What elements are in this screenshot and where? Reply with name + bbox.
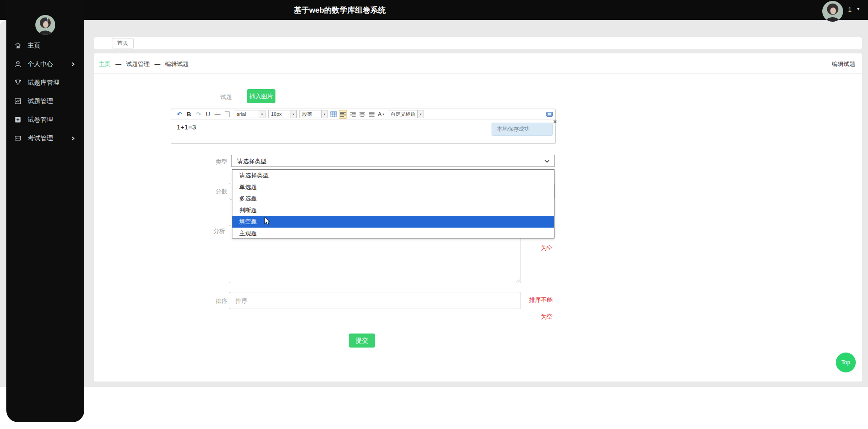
chevron-right-icon (71, 62, 75, 67)
breadcrumb: 主页 — 试题管理 — 编辑试题 (99, 60, 189, 68)
type-select[interactable]: 请选择类型 (231, 155, 555, 167)
horizontal-rule-button[interactable]: — (213, 110, 222, 119)
sidebar-item-question-bank-management[interactable]: 试题库管理 (6, 73, 84, 92)
paste-button[interactable] (223, 110, 231, 119)
avatar-photo (822, 1, 843, 22)
paragraph-select[interactable]: 段落 ▾ (299, 110, 328, 118)
underline-button[interactable]: U (204, 110, 212, 119)
align-right-icon (350, 112, 356, 117)
breadcrumb-separator: — (154, 61, 160, 67)
sort-error-line1: 排序不能 (511, 296, 553, 304)
score-label: 分数 (203, 187, 227, 195)
sidebar-item-personal-center[interactable]: 个人中心 (6, 55, 84, 73)
font-color-label: A (378, 111, 382, 118)
dropdown-option-true-false[interactable]: 判断题 (232, 205, 554, 216)
sidebar-item-label: 试卷管理 (28, 116, 53, 124)
sort-input[interactable] (229, 292, 521, 309)
analysis-label: 分析 (201, 227, 225, 235)
sidebar-item-paper-management[interactable]: 试卷管理 (6, 110, 84, 129)
resize-handle[interactable] (516, 278, 520, 282)
header-caret-down-icon[interactable]: ▾ (857, 6, 859, 11)
sidebar-item-label: 试题库管理 (28, 79, 59, 87)
font-color-button[interactable]: A ▾ (377, 110, 385, 119)
close-icon[interactable]: × (552, 119, 558, 125)
editor-toolbar: ↶ B ↷ U — arial ▾ 16px ▾ 段落 ▾ (171, 109, 555, 119)
exam-icon (14, 134, 22, 142)
sidebar-item-question-management[interactable]: 试题管理 (6, 92, 84, 110)
sidebar-user-badge: 1 (46, 17, 49, 24)
dropdown-option-multi-choice[interactable]: 多选题 (232, 193, 554, 205)
breadcrumb-separator: — (116, 61, 121, 67)
caret-down-icon: ▾ (417, 110, 424, 118)
top-header: 基于web的数学库组卷系统 (0, 0, 868, 20)
chevron-right-icon (71, 136, 75, 141)
mouse-cursor (264, 216, 270, 226)
user-icon (14, 60, 22, 68)
document-icon (225, 111, 230, 117)
insert-table-button[interactable] (329, 110, 338, 119)
page-title: 编辑试题 (832, 60, 855, 68)
chevron-down-icon (545, 160, 550, 163)
caret-down-icon: ▾ (259, 110, 265, 118)
tab-home[interactable]: 首页 (112, 38, 134, 48)
header-user-avatar[interactable] (822, 1, 843, 22)
custom-style-select[interactable]: 自定义标题 ▾ (388, 110, 424, 118)
tab-bar: 首页 (94, 37, 862, 49)
redo-button[interactable]: ↷ (194, 110, 203, 119)
avatar-photo (35, 15, 55, 35)
home-icon (14, 42, 22, 49)
dropdown-option-fill-blank[interactable]: 填空题 (232, 216, 554, 228)
header-user-badge: 1 (848, 6, 852, 13)
save-toast: 本地保存成功 (492, 123, 553, 136)
dropdown-option-placeholder[interactable]: 请选择类型 (232, 170, 554, 181)
caret-down-icon: ▾ (290, 110, 296, 118)
sidebar-item-label: 试题管理 (28, 97, 53, 105)
bold-button[interactable]: B (185, 110, 193, 119)
sort-error-line2: 为空 (511, 313, 553, 321)
breadcrumb-home-link[interactable]: 主页 (99, 61, 111, 67)
type-select-value: 请选择类型 (237, 157, 266, 166)
sidebar-item-label: 考试管理 (28, 134, 53, 143)
paragraph-value: 段落 (300, 110, 321, 118)
type-label: 类型 (203, 158, 227, 166)
sidebar-item-home[interactable]: 主页 (6, 36, 84, 55)
dropdown-option-single-choice[interactable]: 单选题 (232, 181, 554, 193)
plus-square-icon (14, 116, 22, 124)
font-size-select[interactable]: 16px ▾ (268, 110, 297, 118)
breadcrumb-row: 主页 — 试题管理 — 编辑试题 编辑试题 (94, 53, 862, 74)
custom-style-value: 自定义标题 (388, 110, 417, 118)
align-justify-icon (369, 112, 375, 117)
align-center-icon (359, 112, 365, 117)
align-left-icon (340, 112, 346, 117)
sidebar-item-label: 个人中心 (28, 60, 53, 68)
submit-button[interactable]: 提交 (349, 334, 375, 348)
undo-button[interactable]: ↶ (175, 110, 183, 119)
insert-image-button[interactable]: 插入图片 (247, 89, 275, 103)
analysis-error: 为空 (511, 244, 553, 252)
align-right-button[interactable] (348, 110, 357, 119)
type-dropdown: 请选择类型 单选题 多选题 判断题 填空题 主观题 (232, 169, 555, 238)
sidebar-item-exam-management[interactable]: 考试管理 (6, 129, 84, 148)
font-size-value: 16px (269, 110, 290, 118)
app-title: 基于web的数学库组卷系统 (294, 5, 386, 15)
fullscreen-button[interactable] (546, 112, 553, 117)
sidebar: 1 主页 个人中心 试题库管理 试题管理 试卷管理 (6, 0, 84, 422)
sidebar-user-avatar[interactable] (35, 15, 55, 35)
table-icon (330, 111, 337, 117)
chart-icon (14, 97, 22, 105)
sort-label: 排序 (203, 297, 227, 305)
align-left-button[interactable] (339, 110, 347, 119)
sidebar-item-label: 主页 (28, 42, 40, 50)
scroll-to-top-button[interactable]: Top (836, 353, 856, 372)
question-label: 试题 (220, 93, 232, 101)
breadcrumb-current: 编辑试题 (165, 61, 189, 67)
align-center-button[interactable] (358, 110, 366, 119)
trophy-icon (14, 79, 22, 86)
dropdown-option-subjective[interactable]: 主观题 (232, 228, 554, 239)
sidebar-nav: 主页 个人中心 试题库管理 试题管理 试卷管理 考试管理 (6, 36, 84, 148)
align-justify-button[interactable] (367, 110, 376, 119)
font-family-select[interactable]: arial ▾ (234, 110, 265, 118)
caret-down-icon: ▾ (382, 112, 384, 116)
page: 基于web的数学库组卷系统 1 ▾ 1 主页 (0, 0, 868, 429)
caret-down-icon: ▾ (321, 110, 328, 118)
